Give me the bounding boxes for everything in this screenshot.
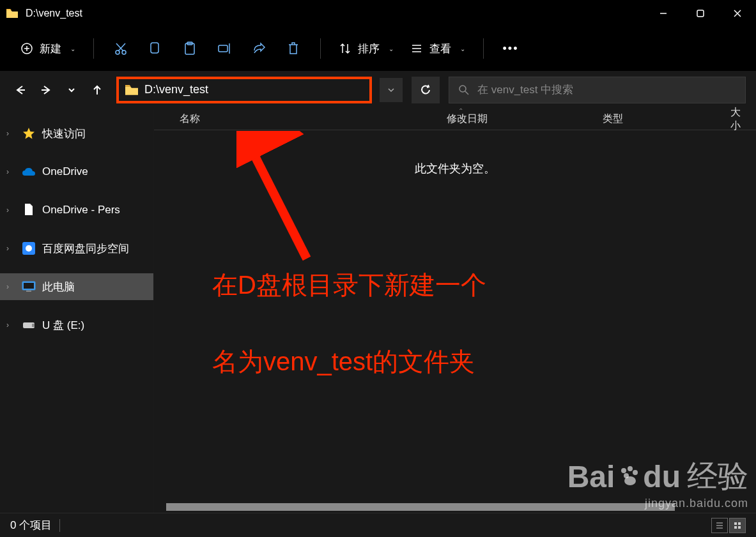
column-headers: 名称 ⌃ 修改日期 类型 大小 [154,109,756,130]
svg-rect-34 [734,526,737,529]
search-placeholder: 在 venv_test 中搜索 [477,82,573,97]
baidudisk-icon [22,241,36,255]
chevron-down-icon: ⌄ [389,45,394,52]
file-icon [22,203,36,217]
rename-button[interactable] [209,36,240,61]
new-button[interactable]: 新建 ⌄ [14,38,82,60]
column-name[interactable]: 名称 [154,112,434,126]
thumbnails-view-button[interactable] [729,518,746,533]
chevron-down-icon: ⌄ [460,45,465,52]
sidebar-label: 快速访问 [42,126,86,141]
navbar: D:\venv_test 在 venv_test 中搜索 [0,70,756,109]
column-modified[interactable]: 修改日期 [434,112,590,126]
rename-icon [217,42,231,56]
sidebar-item-usb[interactable]: › U 盘 (E:) [0,312,153,338]
sort-indicator-icon: ⌃ [458,107,463,114]
plus-circle-icon [20,42,33,55]
svg-rect-24 [24,283,34,289]
minimize-button[interactable] [645,0,682,27]
chevron-right-icon: › [6,206,15,215]
chevron-right-icon: › [6,129,15,138]
annotation-line2: 名为venv_test的文件夹 [212,345,475,378]
sidebar-label: 此电脑 [42,280,75,294]
horizontal-scrollbar[interactable] [165,501,756,513]
sort-icon [339,42,351,55]
address-text: D:\venv_test [144,83,208,96]
paste-button[interactable] [174,36,205,61]
svg-rect-14 [219,45,228,52]
column-type[interactable]: 类型 [590,112,718,126]
recent-button[interactable] [60,77,83,103]
details-view-button[interactable] [711,518,728,533]
svg-rect-1 [697,10,704,17]
column-size[interactable]: 大小 [718,106,756,133]
new-button-label: 新建 [40,42,61,56]
maximize-button[interactable] [682,0,719,27]
cut-button[interactable] [105,36,136,61]
delete-button[interactable] [278,36,309,61]
clipboard-icon [183,42,196,56]
svg-rect-33 [738,522,741,525]
content: › 快速访问 › OneDrive › OneDrive - Pers › 百度… [0,109,756,513]
svg-point-22 [26,245,32,252]
refresh-button[interactable] [412,77,440,103]
svg-rect-32 [734,522,737,525]
divider [59,519,60,532]
copy-icon [149,42,162,56]
up-button[interactable] [86,77,109,103]
svg-rect-11 [151,43,158,53]
address-dropdown[interactable] [380,78,403,102]
more-button[interactable]: ••• [495,42,526,56]
svg-point-19 [459,86,466,92]
usb-icon [22,318,36,332]
trash-icon [287,42,300,56]
sidebar-item-thispc[interactable]: › 此电脑 [0,273,153,300]
svg-line-20 [465,91,468,95]
sidebar-item-baidudisk[interactable]: › 百度网盘同步空间 [0,235,153,262]
svg-rect-35 [738,526,741,529]
copy-button[interactable] [140,36,171,61]
folder-icon [125,85,138,95]
titlebar-title: D:\venv_test [26,8,645,19]
chevron-right-icon: › [6,282,15,291]
main-panel: 名称 ⌃ 修改日期 类型 大小 此文件夹为空。 [153,109,756,513]
annotation-line1: 在D盘根目录下新建一个 [212,268,486,301]
item-count: 0 个项目 [10,518,52,533]
chevron-right-icon: › [6,244,15,253]
divider [483,38,484,59]
chevron-down-icon: ⌄ [70,45,75,52]
forward-button[interactable] [35,77,58,103]
sort-button[interactable]: 排序 ⌄ [332,38,400,60]
back-button[interactable] [9,77,32,103]
sidebar-item-onedrive-personal[interactable]: › OneDrive - Pers [0,197,153,223]
scissors-icon [114,42,128,56]
view-label: 查看 [429,42,451,56]
statusbar: 0 个项目 [0,513,756,537]
address-bar[interactable]: D:\venv_test [116,77,372,103]
svg-rect-25 [26,291,31,292]
chevron-right-icon: › [6,167,15,176]
search-icon [458,84,470,96]
sidebar-item-quickaccess[interactable]: › 快速访问 [0,120,153,147]
sidebar-item-onedrive[interactable]: › OneDrive [0,158,153,185]
divider [320,38,321,59]
divider [93,38,94,59]
close-button[interactable] [719,0,756,27]
pc-icon [22,280,36,294]
share-button[interactable] [243,36,274,61]
svg-rect-27 [32,324,35,327]
view-button[interactable]: 查看 ⌄ [404,38,472,60]
view-icon [410,42,423,55]
chevron-right-icon: › [6,321,15,329]
cloud-icon [22,165,36,179]
sidebar-label: U 盘 (E:) [42,318,84,333]
sidebar-label: OneDrive [42,165,88,178]
search-box[interactable]: 在 venv_test 中搜索 [449,77,746,103]
sort-label: 排序 [358,42,380,56]
sidebar-label: OneDrive - Pers [42,204,120,216]
empty-folder-message: 此文件夹为空。 [154,161,756,176]
sidebar: › 快速访问 › OneDrive › OneDrive - Pers › 百度… [0,109,153,513]
folder-icon [6,9,18,18]
window-controls [645,0,756,27]
scrollbar-thumb[interactable] [166,503,675,511]
